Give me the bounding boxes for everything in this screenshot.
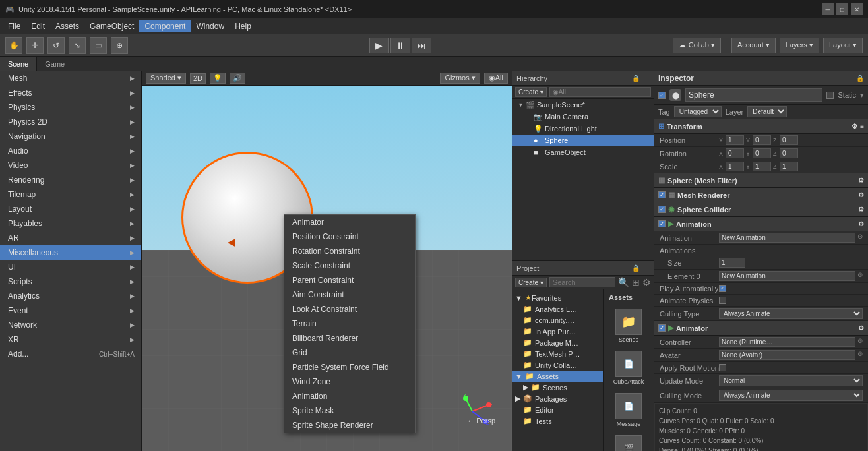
spherecollider-checkbox[interactable]: ✓ <box>658 206 666 213</box>
asset-cubeattack[interactable]: 📄 CubeAttack <box>609 348 648 388</box>
meshfilter-header[interactable]: ▦ Sphere (Mesh Filter) ⚙ <box>654 173 868 188</box>
submenu-particle-force-field[interactable]: Particle System Force Field <box>284 360 415 375</box>
meshrenderer-header[interactable]: ✓ ▦ Mesh Renderer ⚙ <box>654 188 868 202</box>
menu-layout[interactable]: Layout▶ <box>0 202 141 216</box>
close-button[interactable]: ✕ <box>851 3 863 15</box>
project-packages[interactable]: ▶ 📦 Packages <box>512 393 603 404</box>
animation-settings-icon[interactable]: ⚙ <box>858 220 864 227</box>
project-assets-root[interactable]: ▼ 📁 Assets <box>512 371 603 382</box>
menu-edit[interactable]: Edit <box>26 20 50 32</box>
static-checkbox[interactable] <box>826 92 834 99</box>
menu-video[interactable]: Video▶ <box>0 158 141 173</box>
all-dropdown[interactable]: ◉All <box>484 73 508 84</box>
animator-checkbox[interactable]: ✓ <box>658 324 666 332</box>
minimize-button[interactable]: ─ <box>822 3 834 15</box>
project-fav-packagem[interactable]: 📁 Package M… <box>512 337 603 348</box>
menu-help[interactable]: Help <box>230 20 257 32</box>
menu-ui[interactable]: UI▶ <box>0 260 141 274</box>
account-button[interactable]: Account ▾ <box>731 38 776 53</box>
animation-physics-checkbox[interactable] <box>719 297 726 304</box>
project-fav-textmesh[interactable]: 📁 TextMesh P… <box>512 348 603 359</box>
submenu-sprite-mask[interactable]: Sprite Mask <box>284 404 415 418</box>
rot-x-input[interactable] <box>726 148 744 158</box>
scale-x-input[interactable] <box>726 162 744 171</box>
collab-button[interactable]: ☁ Collab ▾ <box>673 38 721 53</box>
menu-scripts[interactable]: Scripts▶ <box>0 274 141 289</box>
spherecollider-header[interactable]: ✓ ◉ Sphere Collider ⚙ <box>654 202 868 217</box>
menu-mesh[interactable]: Mesh▶ <box>0 71 141 86</box>
submenu-aim-constraint[interactable]: Aim Constraint <box>284 287 415 302</box>
submenu-grid[interactable]: Grid <box>284 346 415 360</box>
menu-effects[interactable]: Effects▶ <box>0 86 141 100</box>
animation-elem0-pick[interactable]: ⊙ <box>857 271 863 281</box>
menu-window[interactable]: Window <box>191 20 230 32</box>
submenu-animation[interactable]: Animation <box>284 389 415 404</box>
hierarchy-item-light[interactable]: 💡 Directional Light <box>512 123 654 135</box>
menu-component[interactable]: Component <box>139 20 191 32</box>
transform-header[interactable]: ⊞ Transform ⚙ ≡ <box>654 119 868 134</box>
animator-avatar-pick[interactable]: ⊙ <box>857 350 863 360</box>
2d-button[interactable]: 2D <box>190 73 206 84</box>
submenu-sprite-shape-renderer[interactable]: Sprite Shape Renderer <box>284 418 415 433</box>
submenu-parent-constraint[interactable]: Parent Constraint <box>284 273 415 287</box>
animation-culling-select[interactable]: Always Animate <box>719 308 863 319</box>
animation-checkbox[interactable]: ✓ <box>658 220 666 227</box>
animator-updatemode-select[interactable]: Normal <box>719 375 863 386</box>
gizmos-dropdown[interactable]: Gizmos ▾ <box>440 73 480 84</box>
menu-navigation[interactable]: Navigation▶ <box>0 129 141 144</box>
animator-settings-icon[interactable]: ⚙ <box>858 324 864 332</box>
play-button[interactable]: ▶ <box>369 38 389 53</box>
pos-y-input[interactable] <box>753 135 771 145</box>
menu-analytics[interactable]: Analytics▶ <box>0 289 141 303</box>
project-fav-analytics[interactable]: 📁 Analytics L… <box>512 303 603 315</box>
animation-clip-pick[interactable]: ⊙ <box>857 233 863 243</box>
project-fav-comounity[interactable]: 📁 com.unity.… <box>512 315 603 326</box>
animation-clip-value[interactable]: New Animation <box>719 233 855 243</box>
submenu-lookat-constraint[interactable]: Look At Constraint <box>284 302 415 316</box>
animations-size-input[interactable] <box>719 258 745 268</box>
asset-newanimation[interactable]: 🎬 New Animation <box>609 433 648 451</box>
project-favorites[interactable]: ▼ ★ Favorites <box>512 292 603 303</box>
submenu-billboard-renderer[interactable]: Billboard Renderer <box>284 331 415 346</box>
animation-header[interactable]: ✓ ▶ Animation ⚙ <box>654 217 868 231</box>
transform-settings-icon[interactable]: ⚙ <box>852 123 857 130</box>
animator-culling-select[interactable]: Always Animate <box>719 390 863 401</box>
menu-audio[interactable]: Audio▶ <box>0 144 141 158</box>
layout-button[interactable]: Layout ▾ <box>823 38 863 53</box>
tag-select[interactable]: Untagged <box>674 106 722 117</box>
animation-playauto-checkbox[interactable]: ✓ <box>719 285 726 292</box>
menu-file[interactable]: File <box>3 20 26 32</box>
pos-x-input[interactable] <box>726 135 744 145</box>
menu-tilemap[interactable]: Tilemap▶ <box>0 187 141 202</box>
menu-physics2d[interactable]: Physics 2D▶ <box>0 115 141 129</box>
transform-scale-button[interactable]: ⤡ <box>69 37 86 54</box>
menu-event[interactable]: Event▶ <box>0 303 141 318</box>
project-filter-icon[interactable]: ⊞ <box>632 277 640 287</box>
submenu-wind-zone[interactable]: Wind Zone <box>284 375 415 389</box>
hierarchy-item-gameobject[interactable]: ■ GameObject <box>512 146 654 158</box>
menu-gameobject[interactable]: GameObject <box>84 20 139 32</box>
animator-controller-pick[interactable]: ⊙ <box>857 337 863 347</box>
hierarchy-item-sphere[interactable]: ● Sphere <box>512 135 654 146</box>
tab-game[interactable]: Game <box>37 57 73 71</box>
project-create-button[interactable]: Create ▾ <box>515 278 547 287</box>
submenu-scale-constraint[interactable]: Scale Constraint <box>284 258 415 273</box>
animation-elem0-value[interactable]: New Animation <box>719 271 855 281</box>
project-scenes-folder[interactable]: ▶ 📁 Scenes <box>512 382 603 393</box>
object-active-checkbox[interactable]: ✓ <box>658 92 666 99</box>
menu-assets[interactable]: Assets <box>50 20 84 32</box>
transform-rotate-button[interactable]: ↺ <box>47 37 65 54</box>
menu-miscellaneous[interactable]: Miscellaneous▶ <box>0 245 141 260</box>
transform-all-button[interactable]: ⊕ <box>111 37 128 54</box>
menu-ar[interactable]: AR▶ <box>0 231 141 245</box>
meshfilter-settings-icon[interactable]: ⚙ <box>858 177 864 184</box>
step-button[interactable]: ⏭ <box>412 38 431 53</box>
menu-network[interactable]: Network▶ <box>0 318 141 332</box>
scale-z-input[interactable] <box>780 162 798 171</box>
submenu-rotation-constraint[interactable]: Rotation Constraint <box>284 244 415 258</box>
spherecollider-settings-icon[interactable]: ⚙ <box>858 206 864 213</box>
transform-more-icon[interactable]: ≡ <box>860 123 864 130</box>
object-name-input[interactable] <box>685 88 822 102</box>
submenu-position-constraint[interactable]: Position Constraint <box>284 229 415 244</box>
transform-move-button[interactable]: ✛ <box>26 37 44 54</box>
